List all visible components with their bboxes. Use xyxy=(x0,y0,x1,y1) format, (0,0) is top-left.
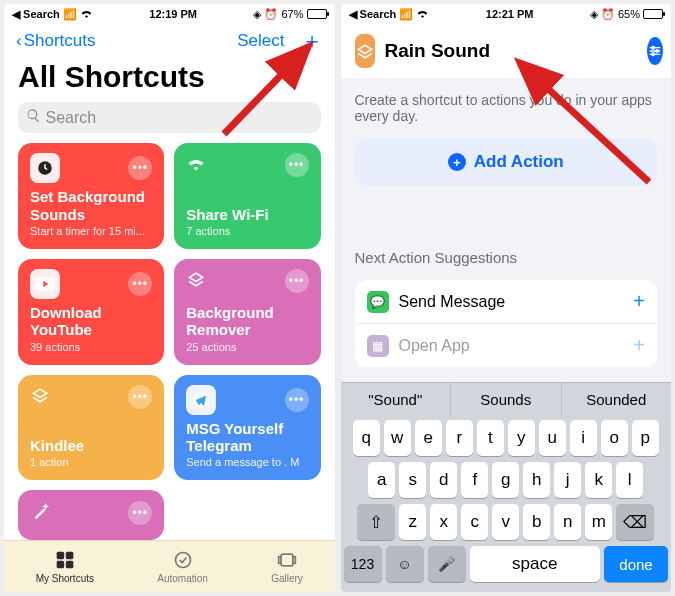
shortcut-card[interactable]: ••• Background Remover 25 actions xyxy=(174,259,320,365)
shortcut-card[interactable]: ••• xyxy=(18,490,164,540)
prediction-item[interactable]: Sounds xyxy=(451,383,562,416)
suggestions-list: 💬 Send Message +▦ Open App + xyxy=(355,280,658,368)
key-w[interactable]: w xyxy=(384,420,411,456)
key-f[interactable]: f xyxy=(461,462,488,498)
shortcut-icon[interactable] xyxy=(355,34,375,68)
key-s[interactable]: s xyxy=(399,462,426,498)
select-button[interactable]: Select xyxy=(237,31,284,51)
wifi-icon xyxy=(416,8,429,20)
key-q[interactable]: q xyxy=(353,420,380,456)
add-shortcut-button[interactable]: ＋ xyxy=(301,30,323,52)
card-subtitle: 7 actions xyxy=(186,225,308,237)
automation-icon xyxy=(173,550,193,572)
key-p[interactable]: p xyxy=(632,420,659,456)
mic-key[interactable]: 🎤 xyxy=(428,546,466,582)
key-k[interactable]: k xyxy=(585,462,612,498)
card-title: MSG Yourself Telegram xyxy=(186,420,308,455)
shortcut-card[interactable]: ••• Share Wi-Fi 7 actions xyxy=(174,143,320,249)
key-j[interactable]: j xyxy=(554,462,581,498)
card-title: Download YouTube xyxy=(30,304,152,339)
key-n[interactable]: n xyxy=(554,504,581,540)
shortcut-card[interactable]: ••• MSG Yourself Telegram Send a message… xyxy=(174,375,320,481)
more-icon[interactable]: ••• xyxy=(128,156,152,180)
editor-body: Create a shortcut to actions you do in y… xyxy=(341,78,672,382)
left-screen: ◀ Search 📶 12:19 PM ◈ ⏰ 67% ‹ Shortcuts … xyxy=(4,4,335,592)
shortcut-name-input[interactable] xyxy=(385,40,637,62)
svg-rect-10 xyxy=(293,556,296,563)
add-suggestion-button[interactable]: + xyxy=(633,334,645,357)
key-h[interactable]: h xyxy=(523,462,550,498)
key-o[interactable]: o xyxy=(601,420,628,456)
gallery-icon xyxy=(277,550,297,572)
signal-icon: 📶 xyxy=(399,8,413,21)
plus-circle-icon: + xyxy=(448,153,466,171)
suggestions-title: Next Action Suggestions xyxy=(355,249,658,266)
key-b[interactable]: b xyxy=(523,504,550,540)
more-icon[interactable]: ••• xyxy=(128,272,152,296)
key-e[interactable]: e xyxy=(415,420,442,456)
editor-header: ✕ xyxy=(341,24,672,78)
back-to-search[interactable]: ◀ Search xyxy=(12,8,60,21)
key-a[interactable]: a xyxy=(368,462,395,498)
more-icon[interactable]: ••• xyxy=(285,269,309,293)
tab-bar: My Shortcuts Automation Gallery xyxy=(4,540,335,592)
youtube-icon xyxy=(30,269,60,299)
tab-automation[interactable]: Automation xyxy=(157,550,208,584)
shortcut-card[interactable]: ••• Download YouTube 39 actions xyxy=(18,259,164,365)
key-z[interactable]: z xyxy=(399,504,426,540)
editor-hint: Create a shortcut to actions you do in y… xyxy=(355,92,658,124)
telegram-icon xyxy=(186,385,216,415)
key-l[interactable]: l xyxy=(616,462,643,498)
tab-gallery[interactable]: Gallery xyxy=(271,550,303,584)
key-d[interactable]: d xyxy=(430,462,457,498)
back-to-search[interactable]: ◀ Search xyxy=(349,8,397,21)
key-y[interactable]: y xyxy=(508,420,535,456)
key-x[interactable]: x xyxy=(430,504,457,540)
wifi-icon xyxy=(80,8,93,20)
key-v[interactable]: v xyxy=(492,504,519,540)
more-icon[interactable]: ••• xyxy=(128,501,152,525)
tab-my-shortcuts[interactable]: My Shortcuts xyxy=(36,550,94,584)
grid-icon xyxy=(55,550,75,572)
add-action-button[interactable]: + Add Action xyxy=(355,138,658,186)
svg-rect-6 xyxy=(66,560,74,568)
emoji-key[interactable]: ☺ xyxy=(386,546,424,582)
key-m[interactable]: m xyxy=(585,504,612,540)
key-r[interactable]: r xyxy=(446,420,473,456)
key-i[interactable]: i xyxy=(570,420,597,456)
suggestion-row[interactable]: ▦ Open App + xyxy=(355,324,658,368)
more-icon[interactable]: ••• xyxy=(285,153,309,177)
key-u[interactable]: u xyxy=(539,420,566,456)
key-done[interactable]: done xyxy=(604,546,668,582)
suggestion-row[interactable]: 💬 Send Message + xyxy=(355,280,658,324)
key-space[interactable]: space xyxy=(470,546,601,582)
suggestion-icon: ▦ xyxy=(367,335,389,357)
shortcut-card[interactable]: ••• Kindlee 1 action xyxy=(18,375,164,481)
search-input[interactable]: Search xyxy=(18,102,321,133)
backspace-key[interactable]: ⌫ xyxy=(616,504,654,540)
alarm-icon: ⏰ xyxy=(601,8,615,21)
key-123[interactable]: 123 xyxy=(344,546,382,582)
shortcut-card[interactable]: ••• Set Background Sounds Start a timer … xyxy=(18,143,164,249)
clock: 12:19 PM xyxy=(149,8,197,20)
battery-percent: 65% xyxy=(618,8,640,20)
more-icon[interactable]: ••• xyxy=(285,388,309,412)
back-button[interactable]: ‹ Shortcuts xyxy=(16,31,95,51)
status-bar: ◀ Search 📶 12:19 PM ◈ ⏰ 67% xyxy=(4,4,335,24)
key-t[interactable]: t xyxy=(477,420,504,456)
add-suggestion-button[interactable]: + xyxy=(633,290,645,313)
right-screen: ◀ Search 📶 12:21 PM ◈ ⏰ 65% ✕ Create a s… xyxy=(341,4,672,592)
add-action-label: Add Action xyxy=(474,152,564,172)
card-title: Background Remover xyxy=(186,304,308,339)
settings-button[interactable] xyxy=(647,37,663,65)
card-subtitle: 25 actions xyxy=(186,341,308,353)
location-icon: ◈ xyxy=(253,8,261,21)
more-icon[interactable]: ••• xyxy=(128,385,152,409)
prediction-item[interactable]: "Sound" xyxy=(341,383,452,416)
shift-key[interactable]: ⇧ xyxy=(357,504,395,540)
search-placeholder: Search xyxy=(45,109,96,127)
key-g[interactable]: g xyxy=(492,462,519,498)
key-c[interactable]: c xyxy=(461,504,488,540)
prediction-item[interactable]: Sounded xyxy=(562,383,672,416)
wifi-icon xyxy=(186,155,206,175)
